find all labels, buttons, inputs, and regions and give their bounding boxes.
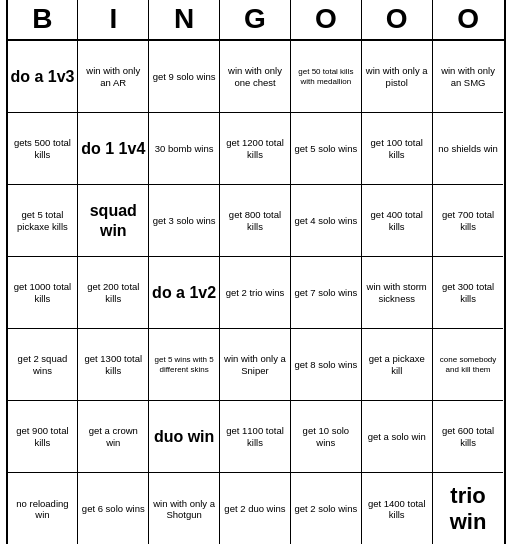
- bingo-cell: get 1000 total kills: [8, 257, 79, 329]
- bingo-cell: no reloading win: [8, 473, 79, 544]
- bingo-cell: get 9 solo wins: [149, 41, 220, 113]
- bingo-cell: get 200 total kills: [78, 257, 149, 329]
- bingo-cell: win with only a Shotgun: [149, 473, 220, 544]
- bingo-cell: get 2 duo wins: [220, 473, 291, 544]
- bingo-cell: cone somebody and kill them: [433, 329, 504, 401]
- bingo-cell: get 100 total kills: [362, 113, 433, 185]
- bingo-cell: duo win: [149, 401, 220, 473]
- bingo-cell: get 4 solo wins: [291, 185, 362, 257]
- bingo-cell: no shields win: [433, 113, 504, 185]
- bingo-cell: get 2 trio wins: [220, 257, 291, 329]
- bingo-cell: do a 1v3: [8, 41, 79, 113]
- bingo-cell: squad win: [78, 185, 149, 257]
- bingo-grid: do a 1v3win with only an ARget 9 solo wi…: [8, 41, 504, 544]
- bingo-cell: get 3 solo wins: [149, 185, 220, 257]
- bingo-cell: get 5 wins with 5 different skins: [149, 329, 220, 401]
- bingo-cell: get 5 total pickaxe kills: [8, 185, 79, 257]
- bingo-cell: get 1400 total kills: [362, 473, 433, 544]
- bingo-cell: get 900 total kills: [8, 401, 79, 473]
- bingo-cell: win with only an SMG: [433, 41, 504, 113]
- bingo-cell: get 700 total kills: [433, 185, 504, 257]
- bingo-cell: win with only an AR: [78, 41, 149, 113]
- bingo-cell: get 50 total kills with medallion: [291, 41, 362, 113]
- header-letter: G: [220, 0, 291, 39]
- header-letter: B: [8, 0, 79, 39]
- bingo-cell: gets 500 total kills: [8, 113, 79, 185]
- bingo-cell: do a 1v2: [149, 257, 220, 329]
- bingo-cell: get a pickaxe kill: [362, 329, 433, 401]
- bingo-cell: get 2 squad wins: [8, 329, 79, 401]
- bingo-cell: win with only a pistol: [362, 41, 433, 113]
- header-letter: O: [291, 0, 362, 39]
- bingo-cell: get 400 total kills: [362, 185, 433, 257]
- bingo-cell: win with only one chest: [220, 41, 291, 113]
- bingo-cell: get 1200 total kills: [220, 113, 291, 185]
- header-letter: O: [362, 0, 433, 39]
- bingo-cell: get 600 total kills: [433, 401, 504, 473]
- bingo-cell: get a crown win: [78, 401, 149, 473]
- bingo-cell: get 10 solo wins: [291, 401, 362, 473]
- bingo-cell: do 1 1v4: [78, 113, 149, 185]
- bingo-header: BINGOOO: [8, 0, 504, 41]
- bingo-cell: get 800 total kills: [220, 185, 291, 257]
- bingo-board: BINGOOO do a 1v3win with only an ARget 9…: [6, 0, 506, 544]
- bingo-cell: get 2 solo wins: [291, 473, 362, 544]
- bingo-cell: get 5 solo wins: [291, 113, 362, 185]
- header-letter: N: [149, 0, 220, 39]
- bingo-cell: get 300 total kills: [433, 257, 504, 329]
- bingo-cell: get 8 solo wins: [291, 329, 362, 401]
- bingo-cell: 30 bomb wins: [149, 113, 220, 185]
- bingo-cell: get 7 solo wins: [291, 257, 362, 329]
- bingo-cell: get 6 solo wins: [78, 473, 149, 544]
- bingo-cell: win with storm sickness: [362, 257, 433, 329]
- bingo-cell: get a solo win: [362, 401, 433, 473]
- bingo-cell: win with only a Sniper: [220, 329, 291, 401]
- bingo-cell: get 1100 total kills: [220, 401, 291, 473]
- bingo-cell: trio win: [433, 473, 504, 544]
- bingo-cell: get 1300 total kills: [78, 329, 149, 401]
- header-letter: O: [433, 0, 504, 39]
- header-letter: I: [78, 0, 149, 39]
